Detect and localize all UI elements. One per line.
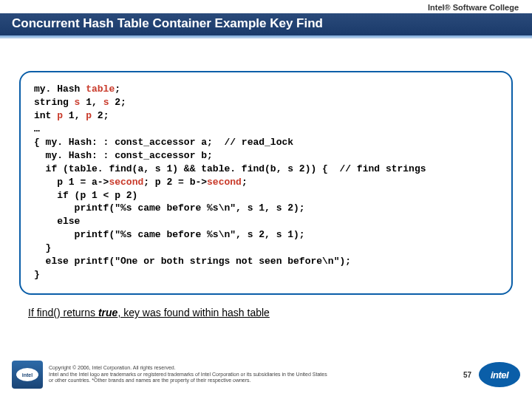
copy-line: Copyright © 2006, Intel Corporation. All…: [49, 365, 463, 372]
code-line: …: [34, 123, 40, 134]
note-text: If: [28, 307, 37, 318]
intel-logo-text: intel: [16, 368, 38, 381]
code-block: my. Hash table; string s 1, s 2; int p 1…: [19, 71, 513, 295]
code-text: 1,: [80, 97, 103, 108]
code-ident: table: [86, 83, 115, 95]
note-text: returns: [61, 307, 98, 318]
code-line: my. Hash: [34, 83, 86, 95]
note-true: true: [98, 307, 117, 318]
code-text: 1,: [63, 110, 86, 121]
code-line: if (p 1 < p 2): [34, 190, 137, 201]
brand-header: Intel® Software College: [0, 0, 532, 13]
content-area: my. Hash table; string s 1, s 2; int p 1…: [0, 41, 532, 324]
copyright-text: Copyright © 2006, Intel Corporation. All…: [49, 365, 463, 384]
title-underline: [0, 37, 532, 38]
code-line: printf("%s came before %s\n", s 1, s 2);: [34, 202, 305, 214]
code-line: string: [34, 97, 75, 108]
code-text: 2;: [92, 110, 109, 121]
code-line: }: [34, 269, 40, 280]
code-ident: p: [86, 110, 92, 121]
bottom-note: If find() returns true, key was found wi…: [28, 307, 513, 318]
code-line: printf("%s came before %s\n", s 2, s 1);: [34, 229, 305, 240]
code-line: int: [34, 110, 57, 121]
page-number: 57: [463, 371, 471, 379]
copy-line: Intel and the Intel logo are trademarks …: [49, 372, 463, 378]
code-ident: p: [57, 110, 63, 121]
intel-logo-icon: intel: [12, 361, 43, 389]
note-text: , key was found within hash table: [117, 307, 269, 318]
copy-line: or other countries. *Other brands and na…: [49, 378, 463, 384]
code-line: my. Hash: : const_accessor b;: [34, 150, 213, 161]
code-text: ; p 2 = b->: [143, 177, 207, 188]
code-ident: second: [109, 177, 143, 188]
code-text: ;: [242, 177, 248, 188]
code-text: ;: [115, 83, 120, 95]
code-line: else printf("One or both strings not see…: [34, 256, 351, 267]
code-ident: second: [207, 177, 242, 188]
code-text: 2;: [109, 97, 126, 108]
note-func: find(): [37, 307, 61, 318]
code-line: }: [34, 242, 51, 253]
slide-title: Concurrent Hash Table Container Example …: [0, 13, 532, 37]
footer: intel Copyright © 2006, Intel Corporatio…: [0, 361, 532, 389]
intel-logo-large-icon: intel: [479, 362, 520, 387]
code-line: else: [34, 216, 80, 227]
code-line: if (table. find(a, s 1) && table. find(b…: [34, 163, 426, 174]
code-line: p 1 = a->: [34, 177, 109, 188]
code-line: { my. Hash: : const_accessor a; // read_…: [34, 137, 293, 148]
